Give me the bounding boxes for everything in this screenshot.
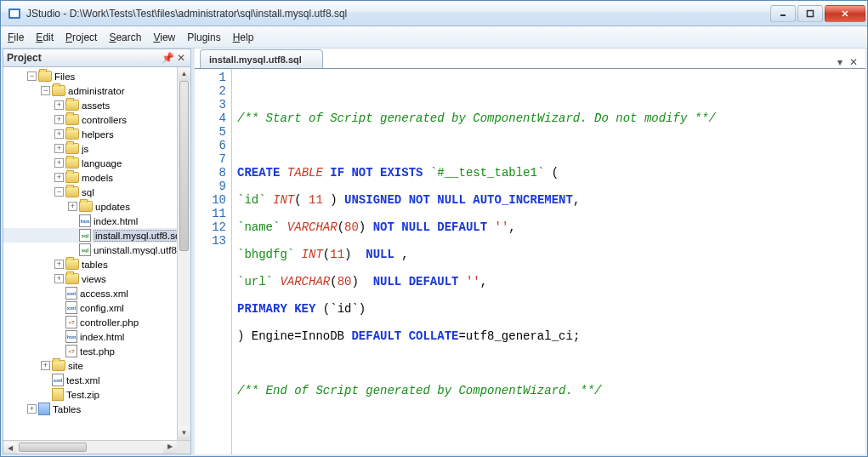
folder-icon bbox=[65, 157, 79, 169]
folder-icon bbox=[65, 143, 79, 154]
tree-file-index-html[interactable]: index.html bbox=[3, 214, 177, 228]
project-sidebar: Project 📌 ✕ −Files −administrator +asset… bbox=[3, 49, 195, 454]
svg-rect-1 bbox=[10, 10, 19, 17]
tree-file-config-xml[interactable]: config.xml bbox=[3, 300, 177, 315]
menu-bar: File Edit Project Search View Plugins He… bbox=[1, 26, 867, 49]
tree-node-sql[interactable]: −sql bbox=[3, 185, 177, 199]
minimize-button[interactable] bbox=[770, 5, 796, 22]
tree-node-updates[interactable]: +updates bbox=[3, 199, 177, 214]
svg-rect-3 bbox=[808, 10, 814, 16]
window-title: JStudio - D:\Work\Tests\Test\files\admin… bbox=[26, 8, 770, 20]
folder-icon bbox=[38, 71, 52, 82]
xml-file-icon bbox=[52, 374, 64, 386]
menu-search[interactable]: Search bbox=[109, 31, 141, 43]
folder-icon bbox=[52, 360, 65, 371]
tree-file-uninstall-sql[interactable]: uninstall.mysql.utf8.sql bbox=[3, 243, 177, 257]
folder-icon bbox=[52, 85, 65, 96]
pin-icon[interactable]: 📌 bbox=[162, 52, 173, 64]
tree-node-assets[interactable]: +assets bbox=[3, 98, 177, 112]
close-pane-icon[interactable]: ✕ bbox=[175, 52, 187, 64]
folder-icon bbox=[65, 273, 79, 284]
maximize-button[interactable] bbox=[797, 5, 823, 22]
menu-help[interactable]: Help bbox=[233, 31, 254, 43]
sidebar-title: Project bbox=[7, 52, 160, 64]
tab-menu-icon[interactable]: ▾ bbox=[833, 56, 847, 68]
tree-node-js[interactable]: +js bbox=[3, 141, 177, 156]
tree-file-test-xml[interactable]: test.xml bbox=[3, 373, 177, 387]
window-buttons bbox=[770, 5, 865, 22]
tab-install-sql[interactable]: install.mysql.utf8.sql bbox=[200, 49, 323, 68]
php-file-icon bbox=[65, 345, 77, 357]
tree-node-tables-root[interactable]: +Tables bbox=[3, 402, 177, 416]
folder-icon bbox=[65, 129, 79, 140]
folder-icon bbox=[65, 100, 79, 111]
tree-file-access-xml[interactable]: access.xml bbox=[3, 286, 177, 300]
tree-node-helpers[interactable]: +helpers bbox=[3, 127, 177, 141]
folder-icon bbox=[65, 172, 79, 183]
tree-node-models[interactable]: +models bbox=[3, 170, 177, 185]
code-editor[interactable]: 12345678910111213 /** Start of Script ge… bbox=[195, 69, 865, 454]
tree-node-language[interactable]: +language bbox=[3, 156, 177, 170]
html-file-icon bbox=[79, 214, 91, 227]
app-window: JStudio - D:\Work\Tests\Test\files\admin… bbox=[0, 0, 868, 457]
code-text[interactable]: /** Start of Script generated by Compone… bbox=[232, 69, 865, 454]
tree-file-test-zip[interactable]: Test.zip bbox=[3, 387, 177, 402]
title-bar[interactable]: JStudio - D:\Work\Tests\Test\files\admin… bbox=[1, 1, 867, 26]
sql-file-icon bbox=[79, 229, 91, 242]
folder-icon bbox=[65, 259, 79, 270]
zip-file-icon bbox=[52, 388, 64, 401]
work-area: Project 📌 ✕ −Files −administrator +asset… bbox=[1, 49, 867, 456]
tree-file-test-php[interactable]: test.php bbox=[3, 344, 177, 358]
folder-icon bbox=[79, 201, 93, 212]
tree-file-index-html-2[interactable]: index.html bbox=[3, 329, 177, 344]
tab-close-icon[interactable]: ✕ bbox=[847, 56, 860, 68]
editor-pane: install.mysql.utf8.sql ▾ ✕ 1234567891011… bbox=[195, 49, 865, 454]
folder-icon bbox=[65, 114, 79, 125]
sidebar-header: Project 📌 ✕ bbox=[3, 49, 191, 67]
menu-view[interactable]: View bbox=[153, 31, 175, 43]
tab-bar: install.mysql.utf8.sql ▾ ✕ bbox=[195, 49, 865, 69]
tree-node-tables[interactable]: +tables bbox=[3, 257, 177, 271]
tree-horizontal-scrollbar[interactable]: ◀▶ bbox=[3, 440, 190, 454]
xml-file-icon bbox=[65, 287, 77, 300]
tables-icon bbox=[38, 403, 50, 415]
tree-file-controller-php[interactable]: controller.php bbox=[3, 315, 177, 329]
tree-vertical-scrollbar[interactable]: ▲▼ bbox=[177, 67, 190, 440]
sql-file-icon bbox=[79, 243, 91, 256]
tree-node-views[interactable]: +views bbox=[3, 271, 177, 286]
tree-node-site[interactable]: +site bbox=[3, 358, 177, 373]
line-gutter: 12345678910111213 bbox=[195, 69, 232, 454]
html-file-icon bbox=[65, 330, 77, 343]
close-button[interactable] bbox=[825, 5, 865, 22]
folder-icon bbox=[65, 186, 79, 197]
tree-node-administrator[interactable]: −administrator bbox=[3, 83, 177, 98]
project-tree: −Files −administrator +assets +controlle… bbox=[3, 67, 191, 454]
tree-node-controllers[interactable]: +controllers bbox=[3, 112, 177, 127]
app-icon bbox=[8, 7, 21, 20]
xml-file-icon bbox=[65, 301, 77, 314]
menu-plugins[interactable]: Plugins bbox=[187, 31, 220, 43]
tree-file-install-sql[interactable]: install.mysql.utf8.sql bbox=[3, 228, 177, 243]
tree-node-files[interactable]: −Files bbox=[3, 69, 177, 83]
menu-file[interactable]: File bbox=[8, 31, 24, 43]
menu-project[interactable]: Project bbox=[65, 31, 97, 43]
menu-edit[interactable]: Edit bbox=[36, 31, 54, 43]
php-file-icon bbox=[65, 316, 77, 328]
